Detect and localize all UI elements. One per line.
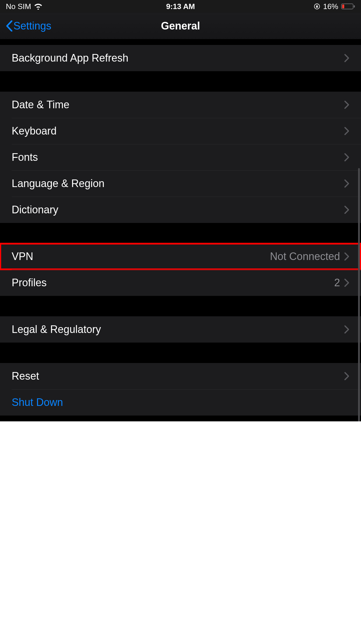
cell-label: VPN (12, 250, 33, 263)
chevron-right-icon (344, 205, 349, 214)
chevron-right-icon (344, 153, 349, 162)
chevron-right-icon (344, 54, 349, 62)
settings-list: Background App Refresh Date & Time Keybo… (0, 39, 361, 421)
chevron-right-icon (344, 325, 349, 334)
cell-profiles[interactable]: Profiles 2 (0, 270, 361, 296)
chevron-right-icon (344, 100, 349, 109)
cell-label: Reset (12, 370, 39, 382)
cell-label: Legal & Regulatory (12, 323, 101, 336)
wifi-icon (34, 3, 42, 10)
nav-bar: Settings General (0, 13, 361, 39)
cell-shut-down[interactable]: Shut Down (0, 389, 361, 416)
cell-legal-regulatory[interactable]: Legal & Regulatory (0, 316, 361, 343)
battery-icon (341, 3, 355, 10)
chevron-left-icon (6, 20, 13, 32)
cell-label: Background App Refresh (12, 52, 128, 64)
cell-background-app-refresh[interactable]: Background App Refresh (0, 45, 361, 71)
scroll-indicator (358, 168, 360, 422)
svg-rect-2 (354, 5, 355, 8)
chevron-right-icon (344, 179, 349, 188)
cell-language-region[interactable]: Language & Region (0, 170, 361, 197)
chevron-right-icon (344, 372, 349, 381)
cell-date-time[interactable]: Date & Time (0, 92, 361, 118)
status-battery-pct: 16% (323, 2, 338, 11)
cell-label: Keyboard (12, 125, 57, 137)
cell-label: Fonts (12, 151, 38, 163)
cell-reset[interactable]: Reset (0, 363, 361, 389)
cell-label: Date & Time (12, 99, 69, 111)
chevron-right-icon (344, 278, 349, 287)
status-sim: No SIM (6, 2, 31, 11)
cell-label: Dictionary (12, 204, 58, 216)
status-bar: No SIM 9:13 AM 16% (0, 0, 361, 13)
cell-fonts[interactable]: Fonts (0, 144, 361, 170)
back-label: Settings (13, 20, 51, 32)
cell-label: Profiles (12, 277, 47, 289)
back-button[interactable]: Settings (6, 20, 51, 32)
cell-keyboard[interactable]: Keyboard (0, 118, 361, 144)
orientation-lock-icon (314, 3, 320, 10)
chevron-right-icon (344, 127, 349, 135)
cell-detail: 2 (334, 277, 340, 289)
blank-area (0, 421, 361, 644)
chevron-right-icon (344, 252, 349, 261)
cell-label: Shut Down (12, 396, 63, 409)
cell-label: Language & Region (12, 177, 104, 190)
page-title: General (161, 20, 200, 32)
svg-rect-3 (342, 5, 344, 8)
cell-detail: Not Connected (270, 250, 340, 263)
status-time: 9:13 AM (166, 2, 195, 11)
cell-vpn[interactable]: VPN Not Connected (0, 243, 361, 270)
cell-dictionary[interactable]: Dictionary (0, 197, 361, 223)
